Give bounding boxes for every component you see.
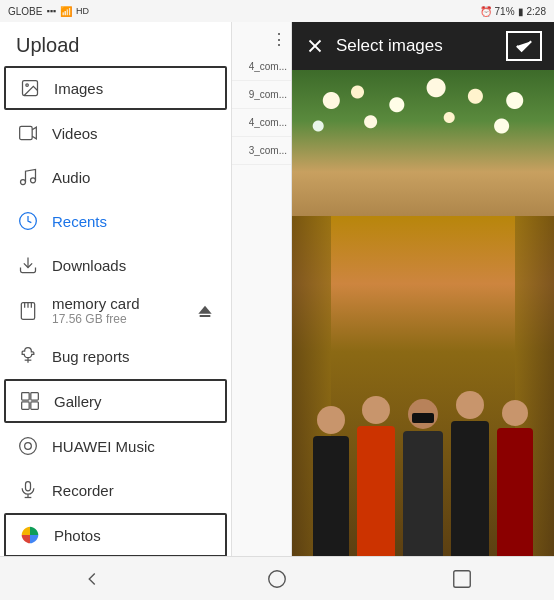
recents-label: Recents: [52, 213, 107, 230]
status-left: GLOBE ▪▪▪ 📶 HD: [8, 6, 89, 17]
image-selector-header: Select images: [292, 22, 554, 70]
upload-panel: Upload Images: [0, 22, 232, 556]
back-button[interactable]: [72, 559, 112, 599]
svg-rect-27: [453, 570, 470, 587]
person-3-head: [408, 399, 438, 429]
recents-button[interactable]: [442, 559, 482, 599]
sidebar-item-downloads[interactable]: Downloads: [0, 243, 231, 287]
person-3: [400, 399, 446, 556]
svg-point-1: [26, 84, 28, 87]
svg-rect-2: [20, 126, 33, 139]
confirm-button[interactable]: [506, 31, 542, 61]
clock-icon: [16, 209, 40, 233]
person-3-body: [403, 431, 443, 556]
sidebar-item-memory-card[interactable]: memory card 17.56 GB free: [0, 287, 231, 334]
wifi-icon: 📶: [60, 6, 72, 17]
bug-reports-label: Bug reports: [52, 348, 130, 365]
video-icon: [16, 121, 40, 145]
photos-icon: [18, 523, 42, 547]
time-label: 2:28: [527, 6, 546, 17]
file-item-2: 9_com...: [232, 81, 291, 109]
person-1-head: [317, 406, 345, 434]
download-icon: [16, 253, 40, 277]
person-2-body: [357, 426, 395, 556]
overflow-icon[interactable]: ⋮: [271, 30, 287, 49]
mic-icon: [16, 478, 40, 502]
sidebar-item-recorder[interactable]: Recorder: [0, 468, 231, 512]
person-1: [310, 406, 352, 556]
svg-point-19: [25, 443, 32, 450]
person-4-head: [456, 391, 484, 419]
sidebar-item-bug-reports[interactable]: Bug reports: [0, 334, 231, 378]
svg-rect-12: [200, 315, 211, 317]
eject-icon: [195, 301, 215, 321]
music-icon: [16, 434, 40, 458]
svg-rect-21: [26, 482, 31, 491]
select-images-title: Select images: [336, 36, 443, 56]
person-1-body: [313, 436, 349, 556]
memory-card-title: memory card: [52, 295, 195, 312]
sidebar-item-gallery[interactable]: Gallery: [4, 379, 227, 423]
audio-icon: [16, 165, 40, 189]
svg-point-20: [20, 438, 37, 455]
carrier-label: GLOBE: [8, 6, 42, 17]
sidebar-item-recents[interactable]: Recents: [0, 199, 231, 243]
file-item-3: 4_com...: [232, 109, 291, 137]
person-5-head: [502, 400, 528, 426]
upload-title: Upload: [0, 22, 231, 65]
svg-point-4: [31, 178, 36, 183]
person-5: [494, 400, 536, 556]
person-3-mask: [412, 413, 434, 423]
svg-rect-16: [31, 393, 39, 401]
floral-decoration: [292, 75, 554, 160]
svg-rect-17: [22, 402, 30, 410]
sidebar-item-videos[interactable]: Videos: [0, 111, 231, 155]
file-item-4: 3_com...: [232, 137, 291, 165]
memory-card-sub: 17.56 GB free: [52, 312, 195, 326]
battery-icon: ▮: [518, 6, 524, 17]
signal-icon: ▪▪▪: [46, 6, 56, 16]
svg-marker-11: [198, 305, 211, 313]
status-bar: GLOBE ▪▪▪ 📶 HD ⏰ 71% ▮ 2:28: [0, 0, 554, 22]
group-photo: [292, 70, 554, 556]
images-label: Images: [54, 80, 103, 97]
svg-rect-18: [31, 402, 39, 410]
person-2: [354, 396, 398, 556]
person-4: [448, 391, 492, 556]
bug-icon: [16, 344, 40, 368]
svg-point-3: [21, 180, 26, 185]
battery-label: 71%: [495, 6, 515, 17]
gallery-label: Gallery: [54, 393, 102, 410]
huawei-music-label: HUAWEI Music: [52, 438, 155, 455]
main-content: Upload Images: [0, 22, 554, 556]
alarm-icon: ⏰: [480, 6, 492, 17]
status-right: ⏰ 71% ▮ 2:28: [480, 6, 546, 17]
file-item-1: 4_com...: [232, 53, 291, 81]
sidebar-item-images[interactable]: Images: [4, 66, 227, 110]
recorder-label: Recorder: [52, 482, 114, 499]
downloads-label: Downloads: [52, 257, 126, 274]
videos-label: Videos: [52, 125, 98, 142]
person-2-head: [362, 396, 390, 424]
people-group: [292, 192, 554, 557]
gallery-icon: [18, 389, 42, 413]
image-icon: [18, 76, 42, 100]
file-strip-area: ⋮ 4_com... 9_com... 4_com... 3_com...: [232, 22, 292, 556]
image-panel: Select images: [292, 22, 554, 556]
sidebar-item-huawei-music[interactable]: HUAWEI Music: [0, 424, 231, 468]
extra-icon: HD: [76, 6, 89, 16]
menu-list: Images Videos: [0, 65, 231, 556]
photo-display: [292, 70, 554, 556]
sd-icon: [16, 299, 40, 323]
photos-label: Photos: [54, 527, 101, 544]
sidebar-item-audio[interactable]: Audio: [0, 155, 231, 199]
sidebar-item-photos[interactable]: Photos: [4, 513, 227, 556]
person-5-body: [497, 428, 533, 556]
three-dot-menu[interactable]: ⋮: [232, 22, 291, 53]
close-button[interactable]: [304, 35, 326, 57]
bottom-nav: [0, 556, 554, 600]
home-button[interactable]: [257, 559, 297, 599]
audio-label: Audio: [52, 169, 90, 186]
svg-point-26: [269, 570, 286, 587]
svg-rect-15: [22, 393, 30, 401]
